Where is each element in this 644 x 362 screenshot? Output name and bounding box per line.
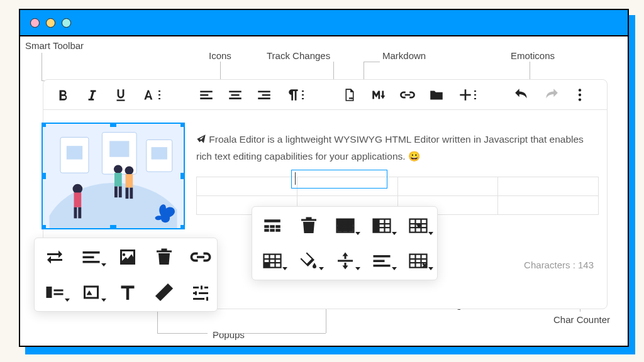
editor-window: Smart Toolbar Icons Track Changes Markdo…	[19, 9, 629, 347]
align-center-button[interactable]	[227, 87, 243, 103]
svg-point-10	[73, 184, 83, 194]
swap-button[interactable]	[41, 246, 69, 268]
svg-rect-21	[130, 188, 133, 199]
window-content: Smart Toolbar Icons Track Changes Markdo…	[20, 36, 628, 346]
display-icon	[41, 281, 69, 304]
text-icon	[114, 281, 142, 304]
svg-point-2	[579, 98, 581, 101]
editor-body[interactable]: Froala Editor is a lightweight WYSIWYG H…	[196, 131, 585, 165]
table-col-button[interactable]	[368, 214, 396, 237]
align-right-button[interactable]	[256, 87, 272, 103]
table-halign-button[interactable]	[368, 250, 396, 272]
label-markdown: Markdown	[382, 50, 426, 61]
redo-button[interactable]	[543, 87, 559, 103]
label-track-changes: Track Changes	[267, 50, 330, 61]
resize-handle-tm[interactable]	[110, 123, 116, 127]
align-left-icon	[77, 246, 105, 268]
font-size-button[interactable]	[142, 87, 158, 103]
table-cell-icon	[258, 250, 286, 272]
toolbar	[43, 80, 607, 110]
label-smart-toolbar: Smart Toolbar	[25, 40, 84, 51]
svg-rect-11	[74, 192, 82, 207]
table-edit-popup	[252, 206, 438, 280]
resize-handle-bl[interactable]	[42, 225, 46, 229]
table-cell[interactable]	[498, 196, 599, 215]
close-window-button[interactable]	[30, 18, 40, 28]
label-char-counter: Char Counter	[553, 314, 610, 325]
table-row-button[interactable]	[331, 214, 359, 237]
svg-rect-17	[119, 187, 122, 198]
align-left-button[interactable]	[198, 87, 214, 103]
link-icon	[187, 246, 214, 268]
svg-rect-12	[74, 207, 77, 219]
ruler-icon	[150, 281, 178, 304]
titlebar	[20, 10, 628, 36]
italic-icon	[84, 87, 100, 103]
resize-handle-bm[interactable]	[110, 225, 116, 229]
svg-rect-9	[152, 147, 167, 160]
image-size-button[interactable]	[150, 281, 178, 304]
insert-button[interactable]	[457, 87, 474, 103]
plus-icon	[457, 87, 474, 103]
trash-icon	[150, 246, 178, 268]
table-clear-button[interactable]	[404, 250, 432, 272]
table-valign-button[interactable]	[331, 250, 359, 272]
underline-button[interactable]	[113, 87, 129, 103]
table-cell[interactable]	[397, 177, 498, 196]
image-text-button[interactable]	[114, 281, 142, 304]
markdown-button[interactable]	[370, 87, 387, 103]
image-display-button[interactable]	[41, 281, 69, 304]
image-link-button[interactable]	[187, 246, 214, 268]
undo-button[interactable]	[514, 87, 530, 103]
table-cell[interactable]	[498, 177, 599, 196]
image-align-button[interactable]	[77, 246, 105, 268]
image-alt-button[interactable]	[77, 281, 105, 304]
label-icons: Icons	[209, 50, 231, 61]
resize-handle-tl[interactable]	[42, 123, 46, 127]
folder-button[interactable]	[428, 87, 445, 103]
track-changes-button[interactable]	[341, 87, 358, 103]
svg-rect-13	[78, 207, 81, 219]
undo-icon	[514, 87, 530, 103]
align-left-icon	[368, 250, 396, 272]
selected-image[interactable]	[42, 123, 185, 229]
resize-handle-ml[interactable]	[42, 173, 46, 179]
text-cursor	[295, 172, 296, 185]
maximize-window-button[interactable]	[62, 18, 71, 28]
link-icon	[399, 87, 416, 103]
image-replace-button[interactable]	[114, 246, 142, 268]
table-header-button[interactable]	[258, 214, 286, 237]
image-icon	[114, 246, 142, 268]
table-remove-button[interactable]	[295, 214, 323, 237]
table-style-button[interactable]	[404, 214, 432, 237]
link-button[interactable]	[399, 87, 416, 103]
image-settings-button[interactable]	[187, 281, 214, 304]
more-button[interactable]	[572, 87, 588, 103]
svg-rect-20	[126, 188, 129, 199]
markdown-icon	[370, 87, 387, 103]
paper-plane-icon	[196, 134, 206, 144]
label-emoticons: Emoticons	[511, 50, 555, 61]
svg-point-18	[125, 166, 134, 175]
italic-button[interactable]	[84, 87, 100, 103]
svg-rect-15	[114, 173, 122, 186]
table-clear-icon	[404, 250, 432, 272]
align-center-icon	[227, 87, 243, 103]
svg-point-1	[579, 93, 581, 96]
resize-handle-tr[interactable]	[180, 123, 185, 127]
bold-button[interactable]	[55, 87, 71, 103]
table-cell-button[interactable]	[258, 250, 286, 272]
svg-rect-7	[109, 141, 129, 156]
resize-handle-mr[interactable]	[180, 173, 185, 179]
valign-icon	[331, 250, 359, 272]
table-cell[interactable]	[297, 177, 397, 196]
resize-handle-br[interactable]	[180, 225, 185, 229]
underline-icon	[113, 87, 129, 103]
char-counter: Characters : 143	[524, 260, 594, 270]
svg-point-0	[579, 89, 581, 91]
minimize-window-button[interactable]	[46, 18, 55, 28]
table-bg-button[interactable]	[295, 250, 323, 272]
paragraph-button[interactable]	[285, 87, 301, 103]
image-delete-button[interactable]	[150, 246, 178, 268]
table-cell[interactable]	[197, 177, 297, 196]
